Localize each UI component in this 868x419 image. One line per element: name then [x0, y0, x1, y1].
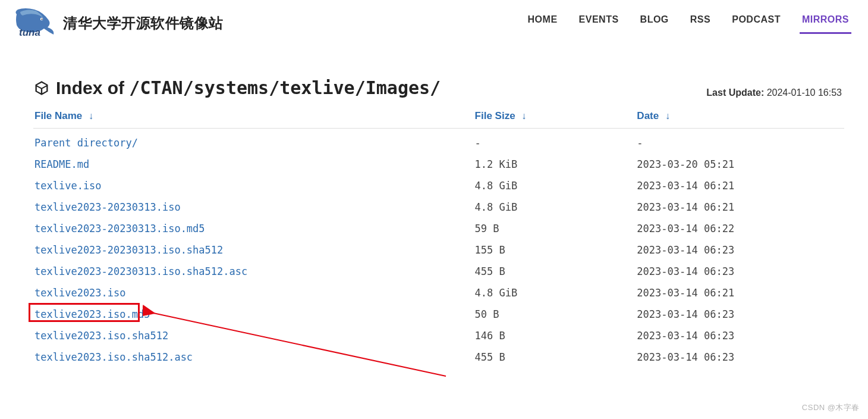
table-row: texlive2023-20230313.iso.sha512.asc455 B… — [33, 261, 844, 282]
nav-item-podcast[interactable]: PODCAST — [729, 10, 783, 32]
file-link[interactable]: texlive2023.iso.sha512.asc — [34, 351, 193, 363]
col-date-label: Date — [637, 110, 659, 121]
last-update-label: Last Update: — [706, 87, 764, 98]
file-size: 4.8 GiB — [471, 196, 634, 218]
table-row: texlive2023.iso.md550 B2023-03-14 06:23 — [33, 304, 844, 325]
file-size: 50 B — [471, 304, 634, 325]
heading-prefix: Index of — [56, 78, 129, 98]
file-size: 455 B — [471, 346, 634, 368]
file-link[interactable]: Parent directory/ — [34, 137, 138, 149]
file-size: - — [471, 129, 634, 154]
file-link[interactable]: texlive2023.iso — [34, 287, 126, 299]
file-size: 4.8 GiB — [471, 282, 634, 304]
file-link[interactable]: README.md — [34, 158, 89, 170]
nav-item-home[interactable]: HOME — [526, 10, 560, 32]
file-link[interactable]: texlive2023.iso.sha512 — [34, 330, 168, 342]
heading-path: /CTAN/systems/texlive/Images/ — [129, 77, 441, 98]
table-row: texlive.iso4.8 GiB2023-03-14 06:21 — [33, 175, 844, 196]
col-size-label: File Size — [475, 110, 515, 121]
table-row: texlive2023.iso.sha512.asc455 B2023-03-1… — [33, 346, 844, 368]
file-date: 2023-03-14 06:22 — [633, 218, 844, 239]
nav-item-events[interactable]: EVENTS — [577, 10, 621, 32]
file-table: File Name ↓ File Size ↓ Date ↓ Parent di… — [33, 107, 844, 368]
site-title: 清华大学开源软件镜像站 — [63, 14, 224, 33]
tuna-logo: tuna — [12, 6, 56, 40]
file-date: 2023-03-14 06:23 — [633, 346, 844, 368]
last-update: Last Update: 2024-01-10 16:53 — [706, 87, 842, 98]
nav-item-rss[interactable]: RSS — [688, 10, 713, 32]
watermark: CSDN @木字春 — [802, 402, 860, 413]
sort-arrow-icon: ↓ — [521, 111, 526, 121]
last-update-value: 2024-01-10 16:53 — [767, 87, 842, 98]
col-header-date[interactable]: Date ↓ — [633, 107, 844, 129]
file-size: 155 B — [471, 239, 634, 261]
file-link[interactable]: texlive2023-20230313.iso.md5 — [34, 223, 205, 234]
file-link[interactable]: texlive2023-20230313.iso — [34, 201, 181, 213]
svg-point-1 — [42, 18, 43, 20]
file-size: 455 B — [471, 261, 634, 282]
main-nav: HOMEEVENTSBLOGRSSPODCASTMIRRORS — [526, 10, 851, 34]
file-date: 2023-03-14 06:23 — [633, 304, 844, 325]
file-size: 146 B — [471, 325, 634, 346]
file-date: 2023-03-14 06:23 — [633, 325, 844, 346]
header-left: tuna 清华大学开源软件镜像站 — [12, 6, 224, 40]
cube-icon — [33, 80, 50, 96]
nav-item-mirrors[interactable]: MIRRORS — [800, 10, 851, 34]
file-date: 2023-03-20 05:21 — [633, 154, 844, 175]
nav-item-blog[interactable]: BLOG — [638, 10, 671, 32]
file-size: 4.8 GiB — [471, 175, 634, 196]
col-name-label: File Name — [34, 110, 82, 121]
svg-text:tuna: tuna — [19, 27, 40, 38]
sort-arrow-icon: ↓ — [665, 111, 670, 121]
table-row: README.md1.2 KiB2023-03-20 05:21 — [33, 154, 844, 175]
content-area: Index of /CTAN/systems/texlive/Images/ L… — [0, 48, 868, 368]
file-date: - — [633, 129, 844, 154]
sort-arrow-icon: ↓ — [89, 111, 93, 121]
file-size: 59 B — [471, 218, 634, 239]
file-link[interactable]: texlive.iso — [34, 180, 102, 192]
file-size: 1.2 KiB — [471, 154, 634, 175]
col-header-size[interactable]: File Size ↓ — [471, 107, 634, 129]
page-heading: Index of /CTAN/systems/texlive/Images/ — [33, 77, 441, 98]
site-header: tuna 清华大学开源软件镜像站 HOMEEVENTSBLOGRSSPODCAS… — [0, 0, 868, 48]
file-date: 2023-03-14 06:21 — [633, 196, 844, 218]
table-row: texlive2023-20230313.iso.sha512155 B2023… — [33, 239, 844, 261]
heading-row: Index of /CTAN/systems/texlive/Images/ L… — [33, 77, 844, 98]
file-link[interactable]: texlive2023-20230313.iso.sha512.asc — [34, 265, 247, 277]
col-header-name[interactable]: File Name ↓ — [33, 107, 471, 129]
file-link[interactable]: texlive2023-20230313.iso.sha512 — [34, 244, 223, 256]
file-date: 2023-03-14 06:21 — [633, 282, 844, 304]
table-row: Parent directory/-- — [33, 129, 844, 154]
file-date: 2023-03-14 06:21 — [633, 175, 844, 196]
table-row: texlive2023-20230313.iso.md559 B2023-03-… — [33, 218, 844, 239]
file-date: 2023-03-14 06:23 — [633, 239, 844, 261]
file-date: 2023-03-14 06:23 — [633, 261, 844, 282]
table-row: texlive2023.iso.sha512146 B2023-03-14 06… — [33, 325, 844, 346]
table-row: texlive2023-20230313.iso4.8 GiB2023-03-1… — [33, 196, 844, 218]
file-link[interactable]: texlive2023.iso.md5 — [34, 308, 150, 320]
table-row: texlive2023.iso4.8 GiB2023-03-14 06:21 — [33, 282, 844, 304]
